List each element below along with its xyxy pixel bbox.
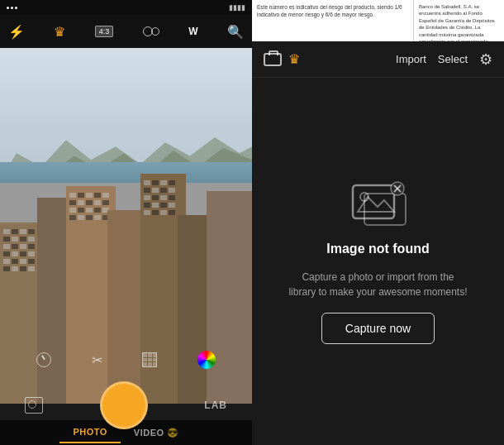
battery-icon: ▮▮▮▮ xyxy=(229,3,245,12)
capture-now-button[interactable]: Capture now xyxy=(321,313,435,344)
import-button[interactable]: Import xyxy=(396,53,426,65)
status-dots-icon xyxy=(7,7,17,9)
right-content: Image not found Capture a photo or impor… xyxy=(252,78,504,445)
svg-rect-2 xyxy=(364,194,406,225)
header-left: ♛ xyxy=(264,51,300,67)
flash-icon[interactable]: ⚡ xyxy=(8,24,25,40)
right-header: ♛ Import Select ⚙ xyxy=(252,41,504,78)
header-crown-icon: ♛ xyxy=(288,51,300,67)
header-right: Import Select ⚙ xyxy=(396,50,492,69)
camera-icon[interactable] xyxy=(264,53,282,66)
lab-button[interactable]: LAB xyxy=(204,400,227,411)
settings-icon[interactable]: ⚙ xyxy=(479,50,492,69)
grid-icon[interactable] xyxy=(142,352,157,367)
lens-width-badge[interactable]: W xyxy=(188,26,197,37)
crown-icon[interactable]: ♛ xyxy=(54,24,65,40)
color-palette-icon[interactable] xyxy=(197,351,216,369)
shutter-button[interactable] xyxy=(100,381,148,429)
select-button[interactable]: Select xyxy=(438,53,468,65)
search-icon[interactable]: 🔍 xyxy=(227,24,244,40)
status-bar: ▮▮▮▮ xyxy=(0,0,252,15)
doc-text-left: Este número es indicativo del riesgo del… xyxy=(252,0,413,41)
right-panel: Este número es indicativo del riesgo del… xyxy=(252,0,504,445)
timer-icon[interactable] xyxy=(36,352,51,367)
image-not-found-icon xyxy=(349,179,407,228)
shutter-row: LAB xyxy=(0,380,252,430)
doc-banner: Este número es indicativo del riesgo del… xyxy=(252,0,504,41)
camera-bottom-controls: ✂ xyxy=(0,339,252,380)
not-found-subtitle: Capture a photo or import from the libra… xyxy=(288,270,469,299)
camera-panel: ▮▮▮▮ ⚡ ♛ 4:3 W 🔍 xyxy=(0,0,252,445)
lens-selector[interactable] xyxy=(143,26,159,36)
aspect-ratio-badge[interactable]: 4:3 xyxy=(95,26,114,37)
not-found-title: Image not found xyxy=(326,242,429,256)
camera-top-bar: ⚡ ♛ 4:3 W 🔍 xyxy=(0,15,252,48)
gallery-button[interactable] xyxy=(25,397,43,414)
doc-text-right: Banco de Sabadell, S.A. se encuentra adh… xyxy=(413,0,504,41)
effects-icon[interactable]: ✂ xyxy=(92,352,102,368)
